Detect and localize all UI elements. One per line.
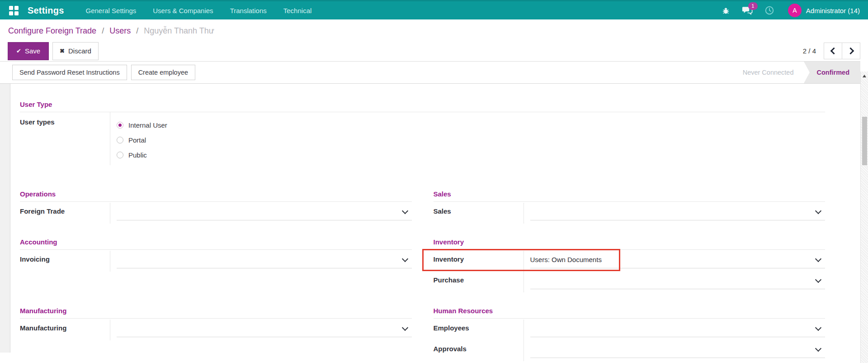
record-pager: 2 / 4 <box>803 43 860 59</box>
vertical-scrollbar[interactable] <box>860 72 868 363</box>
chevron-right-icon <box>847 48 854 55</box>
user-types-radio-group: Internal User Portal Public <box>110 112 167 165</box>
debug-bug-icon[interactable] <box>722 6 730 15</box>
status-step-never-connected[interactable]: Never Connected <box>733 62 804 83</box>
invoicing-select[interactable] <box>117 251 412 268</box>
field-approvals: Approvals <box>434 340 826 361</box>
user-types-label: User types <box>20 112 110 165</box>
scrollbar-up-arrow-icon[interactable] <box>863 75 866 77</box>
access-rights-groups: Operations Foreign Trade Sales <box>20 190 825 361</box>
cross-icon: ✖ <box>60 48 65 54</box>
field-foreign-trade: Foreign Trade <box>20 203 412 224</box>
scrollbar-thumb[interactable] <box>862 117 867 165</box>
chevron-down-icon[interactable] <box>815 208 821 214</box>
send-password-reset-button[interactable]: Send Password Reset Instructions <box>12 65 127 80</box>
approvals-select[interactable] <box>530 340 826 358</box>
purchase-select[interactable] <box>530 272 826 289</box>
pager-previous-button[interactable] <box>824 43 842 59</box>
menu-translations[interactable]: Translations <box>230 7 267 14</box>
sales-select[interactable] <box>530 203 826 220</box>
chevron-down-icon[interactable] <box>815 325 821 331</box>
field-inventory: Inventory Users: Own Documents <box>434 251 826 272</box>
field-sales: Sales <box>434 203 826 224</box>
user-avatar[interactable]: A <box>788 4 802 17</box>
form-content: User Type User types Internal User Porta… <box>0 84 868 353</box>
apps-grid-icon[interactable] <box>9 6 19 15</box>
radio-unselected-icon[interactable] <box>117 137 123 143</box>
menu-users-companies[interactable]: Users & Companies <box>153 7 213 14</box>
discard-button[interactable]: ✖ Discard <box>52 42 99 60</box>
chevron-down-icon[interactable] <box>401 208 408 214</box>
field-purchase: Purchase <box>434 272 826 292</box>
control-panel: ✔ Save ✖ Discard 2 / 4 <box>0 35 868 61</box>
group-inventory: Inventory Inventory Users: Own Documents… <box>434 238 826 292</box>
statusbar: Never Connected Confirmed <box>733 62 860 83</box>
radio-unselected-icon[interactable] <box>117 152 123 158</box>
chevron-down-icon[interactable] <box>815 256 821 262</box>
form-statusbar-row: Send Password Reset Instructions Create … <box>0 61 860 84</box>
breadcrumb-link-action[interactable]: Configure Foreign Trade <box>8 26 96 35</box>
chevron-left-icon <box>830 48 837 55</box>
user-menu[interactable]: Administrator (14) <box>806 7 860 14</box>
radio-internal-user[interactable]: Internal User <box>117 118 167 133</box>
menu-general-settings[interactable]: General Settings <box>86 7 137 14</box>
group-human-resources: Human Resources Employees Approvals <box>434 307 826 361</box>
chevron-down-icon[interactable] <box>815 277 821 283</box>
employees-select[interactable] <box>530 320 826 337</box>
breadcrumb-link-users[interactable]: Users <box>109 26 131 35</box>
field-employees: Employees <box>434 320 826 340</box>
radio-public[interactable]: Public <box>117 148 167 162</box>
breadcrumb-separator: / <box>136 26 138 35</box>
manufacturing-select[interactable] <box>117 320 412 337</box>
chevron-down-icon[interactable] <box>401 325 408 331</box>
field-manufacturing: Manufacturing <box>20 320 412 340</box>
group-manufacturing: Manufacturing Manufacturing <box>20 307 412 361</box>
menu-technical[interactable]: Technical <box>283 7 312 14</box>
section-user-type: User Type User types Internal User Porta… <box>20 100 825 165</box>
create-employee-button[interactable]: Create employee <box>131 65 195 80</box>
activity-clock-icon[interactable] <box>764 5 774 15</box>
inventory-select[interactable]: Users: Own Documents <box>530 251 826 268</box>
messages-badge: 1 <box>748 2 758 10</box>
top-navbar: Settings General Settings Users & Compan… <box>0 0 868 19</box>
section-title: User Type <box>20 100 825 109</box>
status-step-confirmed[interactable]: Confirmed <box>810 62 861 83</box>
breadcrumb-current-record: Nguyễn Thanh Thư <box>144 26 214 35</box>
field-invoicing: Invoicing <box>20 251 412 272</box>
foreign-trade-select[interactable] <box>117 203 412 220</box>
form-sheet: User Type User types Internal User Porta… <box>10 84 860 353</box>
group-operations: Operations Foreign Trade <box>20 190 412 224</box>
app-name[interactable]: Settings <box>28 5 64 16</box>
chevron-down-icon[interactable] <box>401 256 408 262</box>
breadcrumb: Configure Foreign Trade / Users / Nguyễn… <box>0 19 868 35</box>
pager-next-button[interactable] <box>842 43 860 59</box>
chevron-down-icon[interactable] <box>815 345 821 352</box>
breadcrumb-separator: / <box>102 26 104 35</box>
radio-portal[interactable]: Portal <box>117 133 167 148</box>
group-sales: Sales Sales <box>434 190 826 224</box>
pager-counter: 2 / 4 <box>803 47 816 55</box>
status-step-arrow <box>804 62 810 83</box>
radio-selected-icon[interactable] <box>117 122 123 129</box>
group-accounting: Accounting Invoicing <box>20 238 412 292</box>
messages-chat-icon[interactable]: 1 <box>742 6 753 15</box>
check-icon: ✔ <box>16 48 21 54</box>
save-button[interactable]: ✔ Save <box>8 42 49 60</box>
